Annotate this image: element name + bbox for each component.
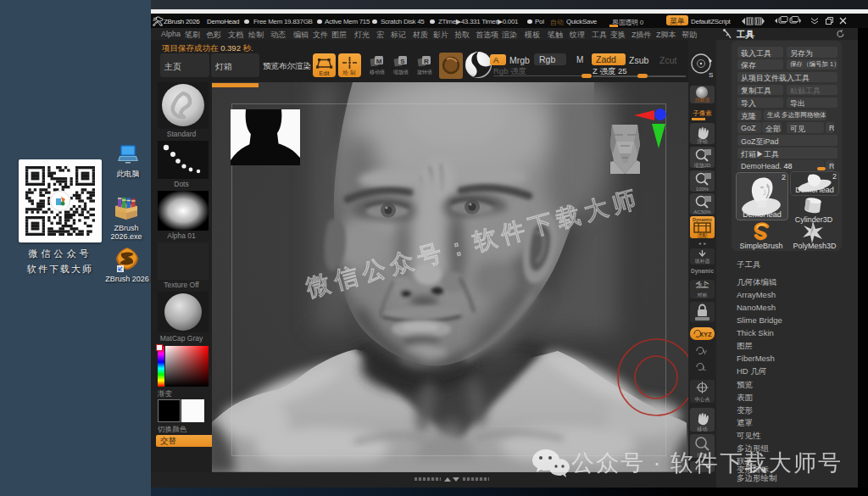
svg-text:移动: 移动 — [698, 426, 708, 432]
svg-text:中心点: 中心点 — [695, 397, 710, 402]
svg-text:旋转值: 旋转值 — [417, 70, 432, 75]
svg-text:填补器: 填补器 — [695, 258, 710, 265]
svg-text:移动值: 移动值 — [370, 70, 385, 75]
svg-text:缩放2D: 缩放2D — [694, 162, 711, 168]
svg-text:S: S — [400, 58, 405, 65]
svg-text:缩放值: 缩放值 — [393, 69, 409, 75]
svg-text:绘 制: 绘 制 — [343, 70, 356, 75]
svg-text:XYZ: XYZ — [699, 331, 712, 338]
svg-text:Dynamic: Dynamic — [693, 217, 712, 222]
svg-text:R: R — [424, 58, 429, 65]
svg-text:东上: 东上 — [698, 281, 708, 287]
svg-text:适配: 适配 — [698, 233, 708, 238]
svg-text:Y: Y — [703, 348, 708, 356]
svg-text:L: L — [703, 365, 707, 372]
svg-text:S: S — [709, 71, 713, 79]
svg-text:自材质: 自材质 — [695, 98, 710, 103]
svg-text:对称: 对称 — [698, 293, 708, 298]
svg-text:Edit: Edit — [319, 70, 329, 76]
svg-text:浮动: 浮动 — [698, 138, 708, 144]
svg-text:AC50%: AC50% — [693, 209, 711, 215]
svg-text:100%: 100% — [696, 187, 709, 192]
svg-text:M: M — [376, 58, 382, 65]
